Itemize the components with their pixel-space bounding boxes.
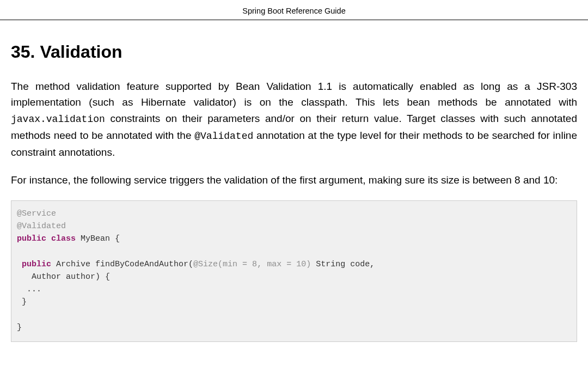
header-title: Spring Boot Reference Guide [242, 7, 345, 15]
section-heading: 35. Validation [11, 42, 577, 62]
code-return-type: Archive [51, 260, 95, 269]
code-param-2-line: Author author) { [17, 272, 110, 282]
code-method-name: findByCodeAndAuthor [95, 260, 188, 269]
code-max-value: 10 [296, 260, 306, 269]
code-param-1: String code, [311, 260, 375, 269]
section-title-text: Validation [40, 42, 122, 62]
p2-text: For instance, the following service trig… [11, 174, 558, 186]
code-min-value: 8 [252, 260, 257, 269]
code-brace-close-outer: } [17, 323, 22, 332]
code-size-args-2: , max = [257, 260, 296, 269]
code-paren-open: ( [188, 260, 193, 269]
code-keyword-public-2: public [17, 260, 51, 269]
code-annotation-service: @Service [17, 209, 56, 218]
code-size-args-1: (min = [218, 260, 252, 269]
code-keyword-class: class [51, 234, 76, 243]
code-example: @Service @Validated public class MyBean … [11, 200, 577, 343]
p1-text-1: The method validation feature supported … [11, 81, 577, 108]
inline-code-javax-validation: javax.validation [11, 114, 105, 125]
code-size-args-3: ) [306, 260, 311, 269]
code-annotation-size: @Size [193, 260, 218, 269]
code-annotation-validated: @Validated [17, 222, 66, 231]
code-keyword-public: public [17, 234, 46, 243]
section-number: 35. [11, 42, 35, 62]
code-brace-close-inner: } [17, 297, 27, 307]
code-class-decl: MyBean { [76, 234, 120, 243]
paragraph-1: The method validation feature supported … [11, 78, 577, 160]
paragraph-2: For instance, the following service trig… [11, 172, 577, 188]
document-header: Spring Boot Reference Guide [0, 0, 588, 20]
document-body: 35. Validation The method validation fea… [0, 20, 588, 353]
code-ellipsis: ... [17, 285, 41, 294]
inline-code-validated-annotation: @Validated [194, 131, 253, 142]
